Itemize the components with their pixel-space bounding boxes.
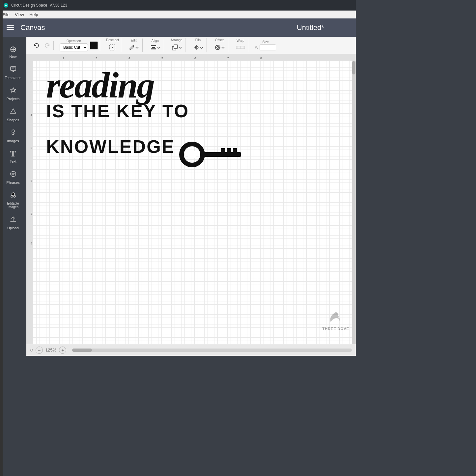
design-text-key: IS THE KEY TO <box>46 100 189 122</box>
svg-point-8 <box>112 47 113 48</box>
ruler-tick: 6 <box>31 179 32 182</box>
menu-view[interactable]: View <box>15 12 24 17</box>
document-title: Untitled* <box>297 23 324 32</box>
templates-icon <box>9 65 17 74</box>
ruler-tick: 3 <box>96 57 97 60</box>
ruler-tick: 7 <box>227 57 229 60</box>
size-group: Size W <box>253 40 278 50</box>
ruler-tick: 4 <box>128 57 130 60</box>
color-swatch[interactable] <box>90 42 98 49</box>
size-w-label: W <box>255 45 258 49</box>
phrases-icon <box>9 170 17 179</box>
svg-point-26 <box>187 150 197 159</box>
editable-images-icon <box>9 191 17 200</box>
sidebar-item-label-new: New <box>9 55 16 59</box>
sidebar-item-upload[interactable]: Upload <box>1 213 25 233</box>
sidebar-item-editable-images[interactable]: Editable Images <box>1 188 25 211</box>
flip-label: Flip <box>195 38 201 42</box>
hamburger-button[interactable] <box>5 24 15 31</box>
sidebar-item-templates[interactable]: Templates <box>1 63 25 82</box>
sidebar-item-label-shapes: Shapes <box>7 118 19 122</box>
sidebar-item-label-editable: Editable Images <box>3 202 24 209</box>
scrollbar-thumb-v[interactable] <box>352 61 355 74</box>
ruler-vertical: 3 4 5 6 7 8 <box>26 61 33 344</box>
zoom-value: 125% <box>45 348 56 352</box>
bottom-bar: − 125% + <box>26 344 356 356</box>
menu-bar: File View Help <box>0 11 356 18</box>
sidebar-item-label-projects: Projects <box>7 97 20 101</box>
svg-point-3 <box>12 130 14 132</box>
arrange-button[interactable] <box>170 42 183 52</box>
warp-label: Warp <box>237 39 244 42</box>
offset-group: Offset <box>211 38 228 52</box>
align-label: Align <box>152 39 159 42</box>
design-area[interactable]: reading IS THE KEY TO KNOWLEDGE <box>46 67 244 171</box>
text-icon: T <box>10 150 16 158</box>
svg-point-2 <box>13 71 14 72</box>
canvas-label: Canvas <box>20 23 45 32</box>
zoom-out-button[interactable]: − <box>36 347 43 354</box>
undo-button[interactable] <box>32 41 41 50</box>
size-label: Size <box>262 40 268 44</box>
offset-label: Offset <box>215 38 224 42</box>
edit-button[interactable] <box>127 43 140 52</box>
hamburger-line <box>7 27 14 28</box>
svg-point-5 <box>11 195 13 197</box>
ruler-tick: 4 <box>31 113 32 117</box>
grid-canvas[interactable]: reading IS THE KEY TO KNOWLEDGE <box>33 61 356 344</box>
sidebar-item-new[interactable]: ⊕ New <box>1 42 25 61</box>
sidebar-item-label-phrases: Phrases <box>6 181 19 184</box>
operation-label: Operation Basic Cut <box>60 39 88 51</box>
app-title: Cricut Design Space <box>11 3 47 8</box>
app-version: v7.36.123 <box>50 3 67 8</box>
size-w-input[interactable] <box>260 44 276 50</box>
app-header: Canvas Untitled* <box>0 18 356 37</box>
offset-button[interactable] <box>213 42 226 52</box>
warp-group: Warp <box>232 39 249 52</box>
toolbar: Operation Basic Cut Deselect <box>26 37 356 54</box>
scrollbar-vertical[interactable] <box>352 61 356 344</box>
menu-file[interactable]: File <box>3 12 10 17</box>
ruler-tick: 8 <box>31 242 32 245</box>
warp-button[interactable] <box>234 43 247 52</box>
svg-point-4 <box>11 171 16 177</box>
design-text-knowledge: KNOWLEDGE <box>46 136 175 157</box>
operation-group: Operation Basic Cut <box>58 39 100 51</box>
sidebar-item-projects[interactable]: Projects <box>1 84 25 103</box>
arrange-group: Arrange <box>168 38 185 52</box>
svg-rect-10 <box>152 47 155 48</box>
ruler-tick: 3 <box>31 80 32 84</box>
scrollbar-thumb-h[interactable] <box>72 349 92 352</box>
scroll-up-btn[interactable] <box>30 349 33 351</box>
new-icon: ⊕ <box>10 45 17 53</box>
sidebar-item-images[interactable]: Images <box>1 126 25 146</box>
redo-button[interactable] <box>43 41 51 50</box>
edit-label: Edit <box>131 39 136 42</box>
menu-help[interactable]: Help <box>29 12 38 17</box>
edit-group: Edit <box>125 39 143 52</box>
main-layout: ⊕ New Templates Projects <box>0 37 356 356</box>
hamburger-line <box>7 25 14 26</box>
align-button[interactable] <box>149 43 162 52</box>
key-icon <box>178 132 244 171</box>
scrollbar-horizontal[interactable] <box>72 349 352 352</box>
undo-redo-group <box>30 41 54 50</box>
deselect-button[interactable] <box>107 42 117 52</box>
sidebar-item-phrases[interactable]: Phrases <box>1 167 25 187</box>
zoom-in-button[interactable]: + <box>59 347 66 354</box>
svg-rect-1 <box>11 67 16 70</box>
operation-select[interactable]: Basic Cut <box>60 43 88 51</box>
projects-icon <box>9 86 17 96</box>
canvas-scroll-area: 2 3 4 5 6 7 8 3 4 5 6 7 8 readi <box>26 54 356 344</box>
design-knowledge-row: KNOWLEDGE <box>46 122 244 171</box>
ruler-tick: 2 <box>63 57 64 60</box>
deselect-group: Deselect <box>104 38 121 52</box>
flip-button[interactable] <box>191 42 205 52</box>
upload-icon <box>9 215 17 225</box>
svg-rect-11 <box>151 48 156 49</box>
sidebar-item-label-templates: Templates <box>5 76 21 80</box>
sidebar-item-text[interactable]: T Text <box>1 147 25 166</box>
sidebar-item-shapes[interactable]: Shapes <box>1 105 25 125</box>
svg-point-15 <box>217 46 219 48</box>
watermark-icon <box>326 309 346 325</box>
